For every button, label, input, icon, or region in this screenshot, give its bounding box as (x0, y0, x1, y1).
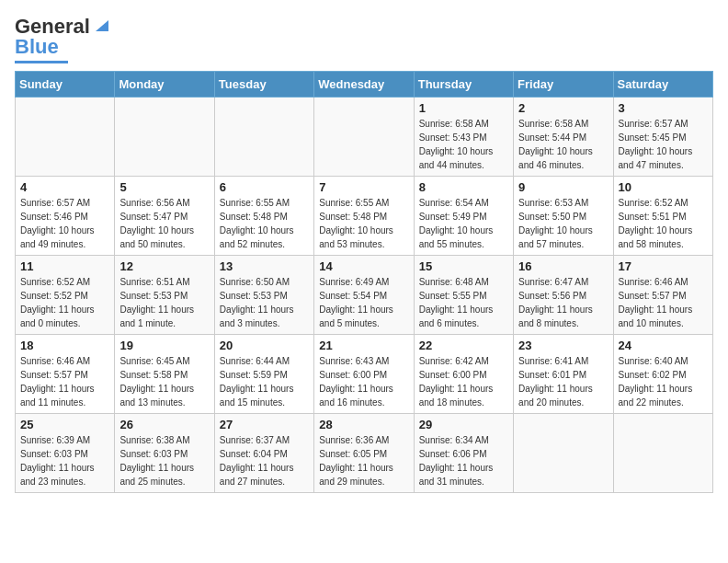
day-number: 27 (220, 418, 309, 431)
calendar-cell: 23Sunrise: 6:41 AM Sunset: 6:01 PM Dayli… (514, 335, 613, 414)
calendar-cell: 12Sunrise: 6:51 AM Sunset: 5:53 PM Dayli… (115, 256, 214, 335)
day-number: 3 (619, 101, 708, 115)
day-number: 7 (319, 180, 408, 194)
calendar-week-row: 25Sunrise: 6:39 AM Sunset: 6:03 PM Dayli… (16, 414, 713, 493)
calendar-week-row: 11Sunrise: 6:52 AM Sunset: 5:52 PM Dayli… (16, 256, 713, 335)
calendar-cell: 17Sunrise: 6:46 AM Sunset: 5:57 PM Dayli… (613, 256, 712, 335)
calendar-week-row: 18Sunrise: 6:46 AM Sunset: 5:57 PM Dayli… (16, 335, 713, 414)
day-info: Sunrise: 6:51 AM Sunset: 5:53 PM Dayligh… (119, 275, 209, 330)
day-number: 20 (220, 339, 309, 352)
day-info: Sunrise: 6:57 AM Sunset: 5:46 PM Dayligh… (20, 196, 109, 251)
calendar-cell: 6Sunrise: 6:55 AM Sunset: 5:48 PM Daylig… (214, 177, 313, 256)
day-info: Sunrise: 6:57 AM Sunset: 5:45 PM Dayligh… (619, 117, 708, 172)
day-number: 14 (319, 259, 408, 273)
day-info: Sunrise: 6:56 AM Sunset: 5:47 PM Dayligh… (119, 196, 209, 251)
calendar-cell: 7Sunrise: 6:55 AM Sunset: 5:48 PM Daylig… (314, 177, 414, 256)
calendar-header: SundayMondayTuesdayWednesdayThursdayFrid… (16, 72, 713, 98)
weekday-header: Friday (514, 72, 613, 98)
day-number: 13 (220, 259, 309, 273)
calendar-cell: 13Sunrise: 6:50 AM Sunset: 5:53 PM Dayli… (214, 256, 313, 335)
calendar-cell (115, 98, 214, 177)
calendar-cell: 14Sunrise: 6:49 AM Sunset: 5:54 PM Dayli… (314, 256, 414, 335)
day-info: Sunrise: 6:39 AM Sunset: 6:03 PM Dayligh… (20, 433, 109, 488)
day-info: Sunrise: 6:49 AM Sunset: 5:54 PM Dayligh… (319, 275, 408, 330)
calendar-cell (214, 98, 313, 177)
calendar-cell (314, 98, 414, 177)
day-number: 16 (518, 259, 608, 273)
day-number: 15 (419, 259, 508, 273)
day-info: Sunrise: 6:48 AM Sunset: 5:55 PM Dayligh… (419, 275, 508, 330)
calendar-cell: 4Sunrise: 6:57 AM Sunset: 5:46 PM Daylig… (16, 177, 115, 256)
logo-triangle-icon (92, 17, 108, 33)
day-info: Sunrise: 6:58 AM Sunset: 5:44 PM Dayligh… (518, 117, 608, 172)
weekday-header: Monday (115, 72, 214, 98)
day-number: 2 (518, 101, 608, 115)
calendar-cell: 8Sunrise: 6:54 AM Sunset: 5:49 PM Daylig… (414, 177, 513, 256)
day-number: 23 (518, 339, 608, 352)
day-number: 11 (20, 259, 109, 273)
day-info: Sunrise: 6:34 AM Sunset: 6:06 PM Dayligh… (419, 433, 508, 488)
header-area: General Blue (15, 15, 713, 63)
weekday-header: Tuesday (214, 72, 313, 98)
day-info: Sunrise: 6:47 AM Sunset: 5:56 PM Dayligh… (518, 275, 608, 330)
day-info: Sunrise: 6:55 AM Sunset: 5:48 PM Dayligh… (220, 196, 309, 251)
day-number: 9 (518, 180, 608, 194)
day-info: Sunrise: 6:58 AM Sunset: 5:43 PM Dayligh… (419, 117, 508, 172)
day-number: 8 (419, 180, 508, 194)
day-number: 26 (119, 418, 209, 431)
day-info: Sunrise: 6:46 AM Sunset: 5:57 PM Dayligh… (20, 354, 109, 409)
calendar-body: 1Sunrise: 6:58 AM Sunset: 5:43 PM Daylig… (16, 98, 713, 493)
calendar-cell: 10Sunrise: 6:52 AM Sunset: 5:51 PM Dayli… (613, 177, 712, 256)
day-number: 21 (319, 339, 408, 352)
calendar-cell: 15Sunrise: 6:48 AM Sunset: 5:55 PM Dayli… (414, 256, 513, 335)
day-info: Sunrise: 6:41 AM Sunset: 6:01 PM Dayligh… (518, 354, 608, 409)
day-number: 29 (419, 418, 508, 431)
logo-blue: Blue (15, 35, 59, 59)
logo: General Blue (15, 15, 108, 63)
calendar-cell: 22Sunrise: 6:42 AM Sunset: 6:00 PM Dayli… (414, 335, 513, 414)
day-info: Sunrise: 6:50 AM Sunset: 5:53 PM Dayligh… (220, 275, 309, 330)
calendar-cell: 29Sunrise: 6:34 AM Sunset: 6:06 PM Dayli… (414, 414, 513, 493)
day-info: Sunrise: 6:42 AM Sunset: 6:00 PM Dayligh… (419, 354, 508, 409)
day-info: Sunrise: 6:54 AM Sunset: 5:49 PM Dayligh… (419, 196, 508, 251)
day-info: Sunrise: 6:45 AM Sunset: 5:58 PM Dayligh… (119, 354, 209, 409)
day-number: 4 (20, 180, 109, 194)
day-number: 10 (619, 180, 708, 194)
svg-marker-0 (96, 20, 108, 31)
calendar-cell: 19Sunrise: 6:45 AM Sunset: 5:58 PM Dayli… (115, 335, 214, 414)
calendar-week-row: 4Sunrise: 6:57 AM Sunset: 5:46 PM Daylig… (16, 177, 713, 256)
day-info: Sunrise: 6:38 AM Sunset: 6:03 PM Dayligh… (119, 433, 209, 488)
day-info: Sunrise: 6:53 AM Sunset: 5:50 PM Dayligh… (518, 196, 608, 251)
calendar-cell (16, 98, 115, 177)
calendar-cell: 20Sunrise: 6:44 AM Sunset: 5:59 PM Dayli… (214, 335, 313, 414)
day-number: 25 (20, 418, 109, 431)
day-number: 5 (119, 180, 209, 194)
logo-underline (15, 61, 68, 63)
day-info: Sunrise: 6:55 AM Sunset: 5:48 PM Dayligh… (319, 196, 408, 251)
day-info: Sunrise: 6:43 AM Sunset: 6:00 PM Dayligh… (319, 354, 408, 409)
day-number: 18 (20, 339, 109, 352)
calendar-cell: 26Sunrise: 6:38 AM Sunset: 6:03 PM Dayli… (115, 414, 214, 493)
day-number: 24 (619, 339, 708, 352)
weekday-header: Thursday (414, 72, 513, 98)
calendar-cell: 18Sunrise: 6:46 AM Sunset: 5:57 PM Dayli… (16, 335, 115, 414)
day-info: Sunrise: 6:36 AM Sunset: 6:05 PM Dayligh… (319, 433, 408, 488)
weekday-header: Sunday (16, 72, 115, 98)
calendar-cell (514, 414, 613, 493)
day-number: 22 (419, 339, 508, 352)
calendar-cell: 9Sunrise: 6:53 AM Sunset: 5:50 PM Daylig… (514, 177, 613, 256)
calendar-cell: 25Sunrise: 6:39 AM Sunset: 6:03 PM Dayli… (16, 414, 115, 493)
day-info: Sunrise: 6:52 AM Sunset: 5:51 PM Dayligh… (619, 196, 708, 251)
day-info: Sunrise: 6:40 AM Sunset: 6:02 PM Dayligh… (619, 354, 708, 409)
day-number: 12 (119, 259, 209, 273)
calendar-cell: 11Sunrise: 6:52 AM Sunset: 5:52 PM Dayli… (16, 256, 115, 335)
calendar-cell: 24Sunrise: 6:40 AM Sunset: 6:02 PM Dayli… (613, 335, 712, 414)
calendar-cell: 16Sunrise: 6:47 AM Sunset: 5:56 PM Dayli… (514, 256, 613, 335)
calendar-cell: 3Sunrise: 6:57 AM Sunset: 5:45 PM Daylig… (613, 98, 712, 177)
weekday-row: SundayMondayTuesdayWednesdayThursdayFrid… (16, 72, 713, 98)
calendar-cell: 1Sunrise: 6:58 AM Sunset: 5:43 PM Daylig… (414, 98, 513, 177)
calendar-week-row: 1Sunrise: 6:58 AM Sunset: 5:43 PM Daylig… (16, 98, 713, 177)
calendar-cell: 21Sunrise: 6:43 AM Sunset: 6:00 PM Dayli… (314, 335, 414, 414)
calendar-cell: 27Sunrise: 6:37 AM Sunset: 6:04 PM Dayli… (214, 414, 313, 493)
weekday-header: Wednesday (314, 72, 414, 98)
